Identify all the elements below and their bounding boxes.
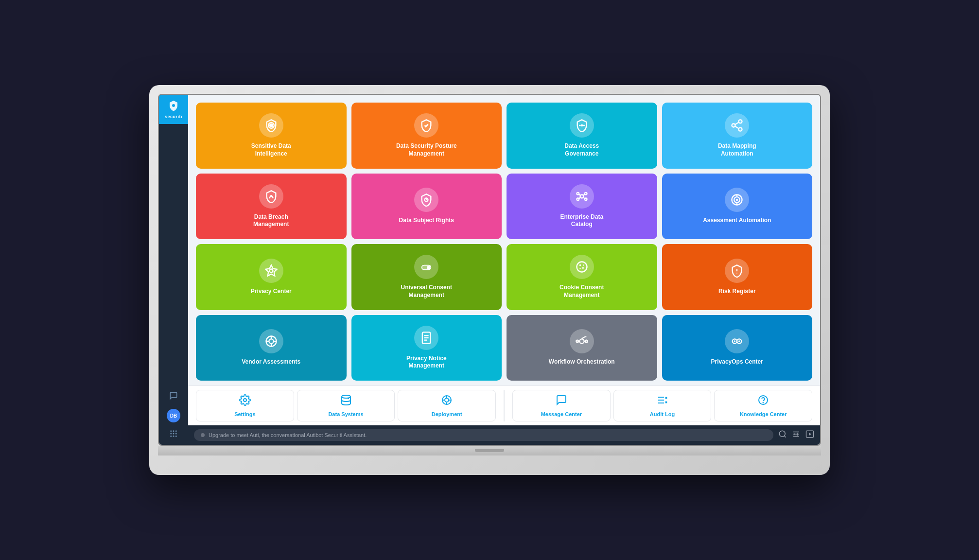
deployment-icon <box>441 394 453 409</box>
knowledge-center-icon <box>757 394 769 409</box>
svg-point-3 <box>175 430 177 432</box>
tile-icon-risk <box>725 259 749 283</box>
message-center-icon <box>556 394 567 409</box>
tool-divider <box>504 390 505 421</box>
svg-point-62 <box>734 341 736 343</box>
tile-data-security-posture[interactable]: Data Security PostureManagement <box>351 103 502 169</box>
tool-data-systems-label: Data Systems <box>328 411 363 417</box>
data-systems-icon <box>340 394 352 409</box>
tool-data-systems[interactable]: Data Systems <box>297 390 395 421</box>
tile-label-breach: Data BreachManagement <box>253 213 289 228</box>
svg-point-6 <box>175 433 177 435</box>
tile-icon-mapping <box>725 113 749 138</box>
play-icon[interactable] <box>805 430 814 440</box>
tool-settings[interactable]: Settings <box>196 390 294 421</box>
svg-point-19 <box>426 199 427 200</box>
tile-enterprise-catalog[interactable]: Enterprise DataCatalog <box>507 174 657 240</box>
tile-cookie-consent[interactable]: Cookie ConsentManagement <box>507 244 657 310</box>
logo-text: securiti <box>165 114 182 119</box>
svg-point-39 <box>579 264 581 266</box>
tile-data-mapping[interactable]: Data MappingAutomation <box>662 103 813 169</box>
tile-icon-security <box>414 113 438 138</box>
tile-vendor-assessments[interactable]: Vendor Assessments <box>196 315 347 381</box>
svg-point-64 <box>244 399 246 402</box>
tile-label-consent: Universal ConsentManagement <box>401 284 452 299</box>
chat-placeholder-text: Upgrade to meet Auti, the conversational… <box>209 432 367 438</box>
tool-message-center[interactable]: Message Center <box>512 390 611 421</box>
tools-row: Settings Data Systems <box>188 385 820 425</box>
tile-label-mapping: Data MappingAutomation <box>718 142 756 158</box>
svg-point-40 <box>582 267 584 269</box>
tile-workflow-orchestration[interactable]: Workflow Orchestration <box>507 315 657 381</box>
svg-point-55 <box>579 339 584 344</box>
svg-point-14 <box>732 124 735 127</box>
tile-icon-privacyops <box>725 329 749 353</box>
tile-label-assessment: Assessment Automation <box>703 217 771 225</box>
svg-point-42 <box>583 264 584 265</box>
tile-label-vendor: Vendor Assessments <box>242 358 300 366</box>
tile-assessment-automation[interactable]: Assessment Automation <box>662 174 813 240</box>
tool-deployment[interactable]: Deployment <box>398 390 496 421</box>
search-icon[interactable] <box>778 430 787 440</box>
svg-point-68 <box>445 398 449 402</box>
svg-point-65 <box>342 395 350 398</box>
tile-label-privacyops: PrivacyOps Center <box>711 358 763 366</box>
tool-knowledge-center[interactable]: Knowledge Center <box>714 390 812 421</box>
svg-point-1 <box>170 430 172 432</box>
tile-privacy-center[interactable]: Privacy Center <box>196 244 347 310</box>
tool-audit-log[interactable]: Audit Log <box>613 390 712 421</box>
tile-privacy-notice[interactable]: Privacy NoticeManagement <box>351 315 502 381</box>
tile-label-risk: Risk Register <box>718 288 756 296</box>
svg-point-23 <box>577 198 579 200</box>
svg-line-83 <box>784 436 786 437</box>
tile-icon-cookie <box>570 255 594 279</box>
svg-point-10 <box>270 124 273 127</box>
tile-privacyops-center[interactable]: PrivacyOps Center <box>662 315 813 381</box>
svg-line-16 <box>735 126 739 129</box>
tile-label-catalog: Enterprise DataCatalog <box>560 213 603 228</box>
tool-settings-label: Settings <box>234 411 255 417</box>
tool-message-label: Message Center <box>541 411 582 417</box>
svg-point-24 <box>585 198 587 200</box>
tile-icon-catalog <box>570 184 594 209</box>
tile-icon-privacy <box>259 259 283 283</box>
svg-point-46 <box>269 339 273 344</box>
svg-point-0 <box>172 104 175 107</box>
svg-point-82 <box>779 431 785 437</box>
bottom-bar-icons <box>778 430 814 440</box>
laptop-chin <box>158 446 821 455</box>
tile-icon-breach <box>259 184 283 209</box>
sidebar-bottom: DB <box>167 391 180 440</box>
sidebar-logo[interactable]: securiti <box>159 95 188 124</box>
tile-risk-register[interactable]: Risk Register <box>662 244 813 310</box>
svg-point-21 <box>577 192 579 194</box>
svg-point-41 <box>579 268 580 269</box>
tile-universal-consent[interactable]: Universal ConsentManagement <box>351 244 502 310</box>
chat-icon[interactable] <box>169 391 178 402</box>
app-container: securiti DB <box>159 95 820 445</box>
user-avatar[interactable]: DB <box>167 409 180 422</box>
laptop-notch <box>475 449 504 452</box>
svg-point-12 <box>580 124 583 127</box>
tile-data-access-governance[interactable]: Data AccessGovernance <box>507 103 657 169</box>
tool-deployment-label: Deployment <box>432 411 462 417</box>
svg-marker-90 <box>809 433 812 436</box>
sidebar: securiti DB <box>159 95 188 445</box>
tile-data-subject-rights[interactable]: Data Subject Rights <box>351 174 502 240</box>
tile-sensitive-data-intelligence[interactable]: Sensitive DataIntelligence <box>196 103 347 169</box>
tile-icon-assessment <box>725 188 749 212</box>
chat-bar[interactable]: Upgrade to meet Auti, the conversational… <box>194 429 773 441</box>
svg-point-13 <box>739 120 742 123</box>
svg-point-2 <box>173 430 175 432</box>
svg-point-35 <box>269 269 273 272</box>
tile-icon-consent <box>414 255 438 279</box>
apps-icon[interactable] <box>169 429 178 440</box>
filter-icon[interactable] <box>792 430 801 440</box>
tile-label-notice: Privacy NoticeManagement <box>406 355 447 370</box>
tile-icon-sensitive <box>259 113 283 138</box>
tile-data-breach[interactable]: Data BreachManagement <box>196 174 347 240</box>
tile-icon-subject <box>414 188 438 212</box>
svg-point-15 <box>739 128 742 131</box>
svg-point-5 <box>173 433 175 435</box>
tile-icon-access <box>570 113 594 138</box>
